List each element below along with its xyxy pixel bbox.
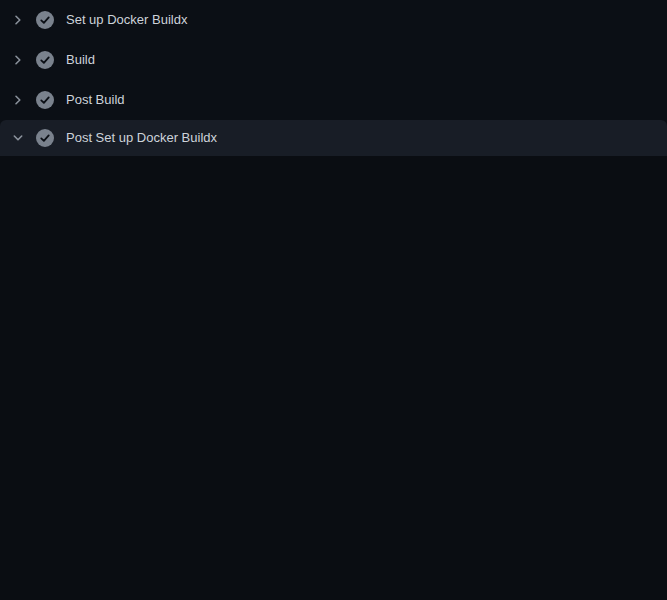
log-line[interactable]: 17 time="2021-04-23T18:02:38Z" level=deb… — [0, 509, 667, 529]
log-line[interactable]: 6 time="2021-04-23T18:02:37Z" level=info… — [0, 269, 667, 289]
log-line[interactable]: 3 /usr/bin/docker logs buildx_buildkit_b… — [0, 209, 667, 229]
step-row-build[interactable]: Build — [0, 40, 667, 80]
chevron-right-icon[interactable] — [10, 52, 26, 68]
log-line[interactable]: 16 time="2021-04-23T18:02:38Z" level=deb… — [0, 489, 667, 509]
log-line[interactable]: 13 time="2021-04-23T18:02:38Z" level=deb… — [0, 429, 667, 449]
log-line[interactable]: linux/riscv64 linux/ppc64le linux/s390x … — [0, 289, 667, 309]
log-line[interactable]: 18 time="2021-04-23T18:02:38Z" level=deb… — [0, 529, 667, 549]
check-circle-icon — [36, 11, 54, 29]
log-line[interactable]: 10 time="2021-04-23T18:02:37Z" level=inf… — [0, 369, 667, 389]
step-label: Set up Docker Buildx — [66, 12, 187, 28]
log-line[interactable]: 7 time="2021-04-23T18:02:37Z" level=warn… — [0, 309, 667, 329]
log-line[interactable]: 20 time="2021-04-23T18:02:38Z" level=deb… — [0, 589, 667, 600]
log-line[interactable]: 19 time="2021-04-23T18:02:38Z" level=deb… — [0, 549, 667, 569]
chevron-down-icon[interactable] — [10, 130, 26, 146]
log-area: 1 Post job cleanup. 2 ▼ BuildKit contain… — [0, 156, 667, 600]
step-row-set-up-docker-buildx[interactable]: Set up Docker Buildx — [0, 0, 667, 40]
steps-list: Set up Docker Buildx Build P — [0, 0, 667, 156]
step-label: Build — [66, 52, 95, 68]
log-line[interactable]: 2 ▼ BuildKit container logs — [0, 189, 667, 209]
step-label: Post Set up Docker Buildx — [66, 130, 217, 146]
log-line[interactable]: application/vnd.oci.image.index.v1+json,… — [0, 569, 667, 589]
log-line[interactable]: 4 time="2021-04-23T18:02:37Z" level=info… — [0, 229, 667, 249]
log-line[interactable]: 8 time="2021-04-23T18:02:37Z" level=info… — [0, 329, 667, 349]
step-label: Post Build — [66, 92, 125, 108]
log-line[interactable]: 15 time="2021-04-23T18:02:38Z" level=deb… — [0, 469, 667, 489]
log-line[interactable]: 12 time="2021-04-23T18:02:38Z" level=deb… — [0, 409, 667, 429]
log-line[interactable]: 14 time="2021-04-23T18:02:38Z" level=deb… — [0, 449, 667, 469]
workflow-log-viewer: Set up Docker Buildx Build P — [0, 0, 667, 600]
chevron-right-icon[interactable] — [10, 12, 26, 28]
log-line[interactable]: 9 time="2021-04-23T18:02:37Z" level=warn… — [0, 349, 667, 369]
check-circle-icon — [36, 51, 54, 69]
log-line[interactable]: 5 time="2021-04-23T18:02:37Z" level=warn… — [0, 249, 667, 269]
check-circle-icon — [36, 91, 54, 109]
log-line[interactable]: 1 Post job cleanup. — [0, 169, 667, 189]
log-line[interactable]: 11 time="2021-04-23T18:02:38Z" level=deb… — [0, 389, 667, 409]
step-row-post-set-up-docker-buildx[interactable]: Post Set up Docker Buildx — [0, 120, 667, 156]
chevron-right-icon[interactable] — [10, 92, 26, 108]
check-circle-icon — [36, 129, 54, 147]
step-row-post-build[interactable]: Post Build — [0, 80, 667, 120]
